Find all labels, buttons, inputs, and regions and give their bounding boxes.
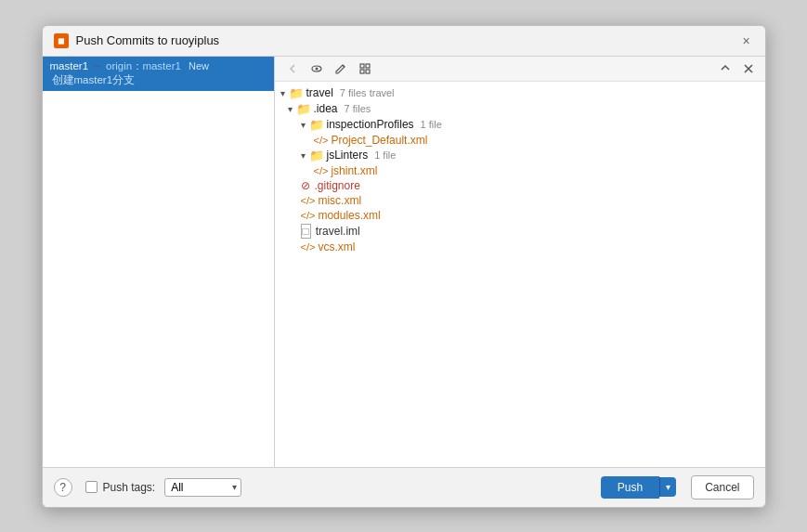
help-button[interactable]: ? bbox=[54, 478, 72, 497]
toolbar-right bbox=[715, 60, 758, 77]
node-count: 1 file bbox=[374, 149, 396, 161]
edit-button[interactable] bbox=[331, 60, 351, 77]
tree-row[interactable]: </> misc.xml bbox=[275, 193, 765, 208]
push-dropdown-button[interactable]: ▾ bbox=[659, 477, 676, 497]
back-icon bbox=[286, 62, 299, 75]
node-name: vcs.xml bbox=[318, 240, 355, 253]
node-name: travel bbox=[306, 86, 333, 99]
chevron-down-icon: ▾ bbox=[280, 88, 285, 98]
tree-row[interactable]: </> jshint.xml bbox=[275, 163, 765, 178]
collapse-button[interactable] bbox=[715, 60, 735, 77]
panel-close-button[interactable] bbox=[739, 61, 758, 76]
file-tree-panel: ▾ 📁 travel 7 files travel ▾ 📁 .idea 7 fi… bbox=[275, 57, 765, 467]
chevron-down-icon: ▾ bbox=[301, 120, 306, 130]
node-name: Project_Default.xml bbox=[331, 134, 427, 147]
tree-row[interactable]: </> Project_Default.xml bbox=[275, 133, 765, 148]
folder-icon: 📁 bbox=[309, 149, 324, 162]
eye-button[interactable] bbox=[306, 60, 327, 77]
xml-icon: </> bbox=[301, 241, 316, 253]
right-toolbar bbox=[275, 57, 765, 82]
origin-link[interactable]: origin bbox=[106, 60, 132, 71]
node-name: .idea bbox=[314, 102, 338, 115]
branch-colon: : bbox=[136, 60, 138, 71]
push-commits-dialog: ◼ Push Commits to ruoyiplus × master1 → … bbox=[42, 25, 766, 508]
push-tags-select[interactable]: All Annotated bbox=[164, 478, 241, 497]
commit-item[interactable]: master1 → origin : master1 New 创建master1… bbox=[43, 57, 274, 91]
folder-icon: 📁 bbox=[296, 102, 311, 116]
svg-rect-2 bbox=[360, 64, 364, 68]
xml-icon: </> bbox=[301, 195, 316, 206]
file-tree: ▾ 📁 travel 7 files travel ▾ 📁 .idea 7 fi… bbox=[275, 82, 765, 467]
back-button[interactable] bbox=[282, 60, 303, 77]
edit-icon bbox=[334, 62, 347, 75]
push-tags-label: Push tags: bbox=[103, 481, 156, 494]
iml-icon: □ bbox=[301, 224, 311, 239]
dialog-title: Push Commits to ruoyiplus bbox=[76, 33, 220, 47]
toolbar-left bbox=[282, 60, 375, 77]
tree-row[interactable]: </> vcs.xml bbox=[275, 240, 765, 254]
tree-row[interactable]: ▾ 📁 .idea 7 files bbox=[275, 101, 765, 117]
push-tags-select-wrapper: All Annotated ▾ bbox=[164, 478, 241, 497]
push-tags-group: Push tags: bbox=[85, 481, 156, 494]
node-count: 7 files bbox=[345, 103, 371, 114]
dialog-footer: ? Push tags: All Annotated ▾ Push ▾ Canc… bbox=[43, 467, 765, 507]
svg-rect-4 bbox=[360, 70, 364, 73]
node-count: 1 file bbox=[421, 119, 442, 130]
chevron-down-icon: ▾ bbox=[301, 150, 306, 161]
node-name: misc.xml bbox=[318, 194, 361, 207]
xml-icon: </> bbox=[301, 210, 316, 221]
svg-rect-3 bbox=[366, 64, 370, 68]
commit-list-panel: master1 → origin : master1 New 创建master1… bbox=[43, 57, 275, 467]
up-icon bbox=[719, 62, 732, 75]
push-button[interactable]: Push bbox=[601, 476, 659, 499]
dialog-content: master1 → origin : master1 New 创建master1… bbox=[43, 57, 765, 467]
tree-row[interactable]: ▾ 📁 travel 7 files travel bbox=[275, 85, 765, 101]
tree-row[interactable]: ▾ 📁 inspectionProfiles 1 file bbox=[275, 117, 765, 133]
title-bar-left: ◼ Push Commits to ruoyiplus bbox=[54, 33, 220, 48]
node-name: travel.iml bbox=[316, 225, 360, 238]
chevron-down-icon: ▾ bbox=[288, 104, 293, 114]
commit-message: 创建master1分支 bbox=[50, 73, 267, 87]
gitignore-icon: ⊘ bbox=[301, 179, 310, 192]
panel-close-icon bbox=[743, 63, 754, 74]
node-name: .gitignore bbox=[315, 179, 360, 192]
tree-row[interactable]: ▾ 📁 jsLinters 1 file bbox=[275, 148, 765, 163]
cancel-button[interactable]: Cancel bbox=[691, 475, 753, 500]
push-button-group: Push ▾ bbox=[601, 476, 676, 499]
xml-icon: </> bbox=[314, 165, 329, 176]
node-name: inspectionProfiles bbox=[327, 118, 414, 131]
xml-icon: </> bbox=[314, 135, 329, 146]
grid-icon bbox=[358, 62, 371, 75]
new-badge: New bbox=[189, 60, 209, 71]
tree-row[interactable]: </> modules.xml bbox=[275, 208, 765, 223]
push-tags-checkbox[interactable] bbox=[85, 481, 98, 493]
grid-button[interactable] bbox=[355, 60, 375, 77]
commit-header: master1 → origin : master1 New bbox=[50, 60, 267, 71]
folder-icon: 📁 bbox=[309, 118, 324, 132]
title-bar: ◼ Push Commits to ruoyiplus × bbox=[43, 26, 765, 57]
remote-branch: master1 bbox=[142, 60, 181, 71]
node-count: 7 files travel bbox=[340, 87, 395, 98]
local-branch: master1 bbox=[50, 60, 89, 71]
folder-icon: 📁 bbox=[289, 86, 304, 100]
app-icon: ◼ bbox=[54, 33, 69, 48]
tree-row[interactable]: □ travel.iml bbox=[275, 223, 765, 240]
svg-rect-5 bbox=[366, 70, 370, 73]
node-name: modules.xml bbox=[318, 209, 380, 222]
branch-arrow: → bbox=[92, 60, 102, 71]
node-name: jshint.xml bbox=[331, 164, 377, 177]
commit-list: master1 → origin : master1 New 创建master1… bbox=[43, 57, 274, 467]
eye-icon bbox=[310, 62, 323, 75]
node-name: jsLinters bbox=[327, 149, 369, 162]
dialog-close-button[interactable]: × bbox=[739, 33, 754, 48]
svg-point-1 bbox=[315, 67, 318, 70]
tree-row[interactable]: ⊘ .gitignore bbox=[275, 178, 765, 193]
